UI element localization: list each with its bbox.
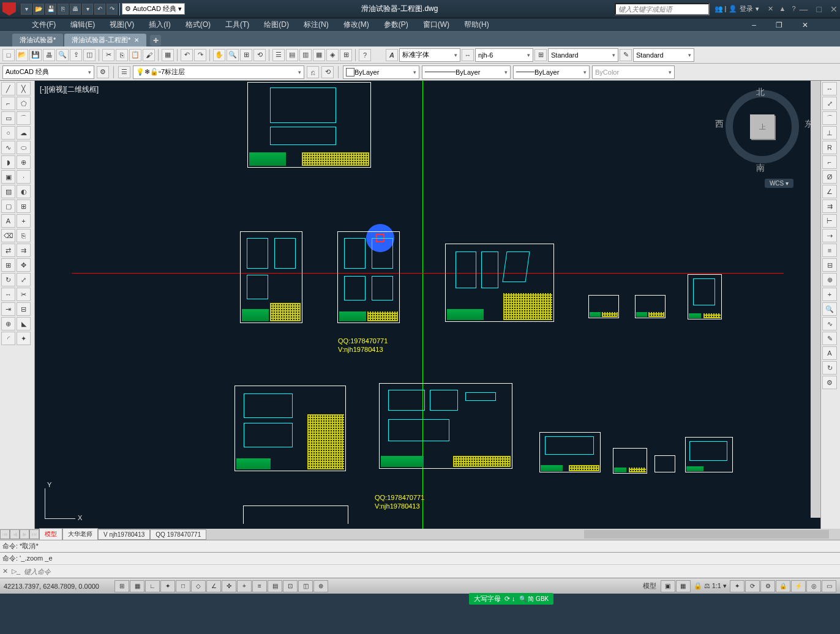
grid-icon[interactable]: ▦ [130, 580, 144, 592]
quickview-layouts-icon[interactable]: ▣ [661, 580, 675, 592]
anno-scale-label[interactable]: 🔒 ⚖ 1:1 ▾ [691, 582, 729, 590]
model-paper-toggle[interactable]: 模型 [639, 581, 660, 591]
tolerance-icon[interactable]: ⊕ [822, 273, 837, 286]
chamfer-icon[interactable]: ◣ [17, 317, 31, 330]
extend-icon[interactable]: ⇥ [1, 302, 15, 316]
inspect-icon[interactable]: 🔍 [822, 302, 837, 316]
copy-icon[interactable]: ⎘ [116, 49, 128, 61]
account-area[interactable]: 👥 | 👤 登录 ▾ [714, 4, 759, 13]
fillet-icon[interactable]: ◜ [1, 332, 15, 345]
dim-linear-icon[interactable]: ↔ [822, 82, 837, 95]
maximize-icon[interactable]: □ [817, 4, 822, 14]
layerprops-icon[interactable]: ☰ [118, 66, 130, 78]
dim-space-icon[interactable]: ≡ [822, 244, 837, 257]
dimstyle-icon[interactable]: ⚙ [822, 376, 837, 389]
markup-icon[interactable]: ◈ [326, 49, 339, 61]
table-icon[interactable]: ⊞ [17, 200, 31, 213]
addselected-icon[interactable]: + [17, 214, 31, 228]
dim-ord-icon[interactable]: ⊥ [822, 126, 837, 140]
doc-tab-1[interactable]: 滑油试验器* [12, 34, 63, 47]
sheetset-icon[interactable]: ▦ [313, 49, 325, 61]
menu-window[interactable]: 窗口(W) [416, 18, 457, 32]
qnew-icon[interactable]: □ [2, 49, 15, 61]
viewcube-north[interactable]: 北 [756, 87, 765, 98]
qp-icon[interactable]: ⊡ [283, 580, 298, 592]
dim-arc-icon[interactable]: ⌒ [822, 111, 837, 125]
mtext-icon[interactable]: A [1, 214, 15, 228]
arc-icon[interactable]: ⌒ [17, 111, 31, 125]
menu-edit[interactable]: 编辑(E) [63, 18, 102, 32]
dim-break-icon[interactable]: ⊟ [822, 258, 837, 272]
erase-icon[interactable]: ⌫ [1, 229, 15, 242]
workspace-selector[interactable]: ⚙ AutoCAD 经典 ▾ [122, 3, 185, 15]
break-icon[interactable]: ⊟ [17, 302, 31, 316]
rotate-icon[interactable]: ↻ [1, 273, 15, 286]
tab-last-icon[interactable]: ⏭ [29, 529, 39, 539]
circle-icon[interactable]: ○ [1, 126, 15, 140]
revcloud-icon[interactable]: ☁ [17, 126, 31, 140]
drawing-canvas[interactable]: [-][俯视][二维线框] [35, 81, 820, 529]
3ddwf-icon[interactable]: ◫ [83, 49, 96, 61]
xline-icon[interactable]: ╳ [17, 82, 31, 95]
menu-draw[interactable]: 绘图(D) [257, 18, 296, 32]
undo2-icon[interactable]: ↶ [181, 49, 193, 61]
close-icon[interactable]: ✕ [830, 4, 838, 14]
ellipse-icon[interactable]: ⬭ [17, 141, 31, 154]
plot2-icon[interactable]: 🖶 [43, 49, 55, 61]
blockeditor-icon[interactable]: ▦ [162, 49, 174, 61]
layer-dropdown[interactable]: 💡❄🔓▫ 7标注层 [133, 65, 304, 79]
dcenter-icon[interactable]: ▤ [286, 49, 298, 61]
command-input[interactable] [24, 568, 838, 575]
menu-file[interactable]: 文件(F) [24, 18, 63, 32]
print-icon[interactable]: 🖶 [70, 4, 81, 15]
tab-close-icon[interactable]: ✕ [134, 37, 139, 43]
workspace-dropdown[interactable]: AutoCAD 经典 [2, 65, 94, 79]
layout-tab-model[interactable]: 模型 [39, 528, 62, 540]
viewport-label[interactable]: [-][俯视][二维线框] [40, 84, 99, 95]
matchprop-icon[interactable]: 🖌 [143, 49, 155, 61]
trim-icon[interactable]: ✂ [17, 288, 31, 301]
scale-icon[interactable]: ⤢ [17, 273, 31, 286]
dimstyle-dropdown[interactable]: njh-6 [475, 48, 533, 62]
linetype-dropdown[interactable]: ByLayer [422, 65, 511, 79]
dim-tedit-icon[interactable]: A [822, 346, 837, 360]
polar-icon[interactable]: ✦ [160, 580, 175, 592]
point-icon[interactable]: · [17, 170, 31, 184]
app-logo[interactable] [2, 2, 16, 16]
tablestyle-btn-icon[interactable]: ⊞ [534, 49, 547, 61]
polygon-icon[interactable]: ⬠ [17, 97, 31, 110]
mleaderstyle-dropdown[interactable]: Standard [633, 48, 694, 62]
new-doc-tab[interactable]: ✚ [150, 35, 161, 46]
dim-update-icon[interactable]: ↻ [822, 361, 837, 375]
pan-icon[interactable]: ✋ [213, 49, 225, 61]
tab-first-icon[interactable]: ⏮ [0, 529, 10, 539]
dim-jogline-icon[interactable]: ∿ [822, 317, 837, 330]
viewcube-south[interactable]: 南 [756, 163, 765, 174]
insert-icon[interactable]: ⊕ [17, 155, 31, 169]
redo2-icon[interactable]: ↷ [194, 49, 206, 61]
am-icon[interactable]: ⊕ [313, 580, 328, 592]
menu-insert[interactable]: 插入(I) [141, 18, 178, 32]
mdi-close-icon[interactable]: ✕ [795, 19, 816, 31]
plotstyle-dropdown[interactable]: ByColor [592, 65, 675, 79]
block-icon[interactable]: ▣ [1, 170, 15, 184]
dim-diameter-icon[interactable]: Ø [822, 170, 837, 184]
lineweight-dropdown[interactable]: ByLayer [513, 65, 590, 79]
tablestyle-dropdown[interactable]: Standard [548, 48, 618, 62]
quickview-dwgs-icon[interactable]: ▦ [676, 580, 691, 592]
menu-view[interactable]: 视图(V) [102, 18, 141, 32]
offset-icon[interactable]: ⇉ [17, 244, 31, 257]
preview-icon[interactable]: 🔍 [56, 49, 69, 61]
saveas-icon[interactable]: ⎘ [58, 4, 69, 15]
doc-tab-2[interactable]: 滑油试验器-工程图*✕ [64, 34, 146, 47]
dim-aligned-icon[interactable]: ⤢ [822, 97, 837, 110]
textstyle-btn-icon[interactable]: A [386, 49, 398, 61]
exchange-a-icon[interactable]: ▲ [779, 5, 786, 13]
anno-vis-icon[interactable]: ✦ [730, 580, 744, 592]
help-icon[interactable]: ? [792, 5, 795, 13]
minimize-icon[interactable]: — [800, 4, 808, 14]
layout-tab-2[interactable]: V njh19780413 [98, 529, 150, 540]
layout-tab-3[interactable]: QQ 1978470771 [150, 529, 206, 540]
zoomwin-icon[interactable]: ⊞ [240, 49, 252, 61]
cleanscreen-icon[interactable]: ▭ [822, 580, 836, 592]
